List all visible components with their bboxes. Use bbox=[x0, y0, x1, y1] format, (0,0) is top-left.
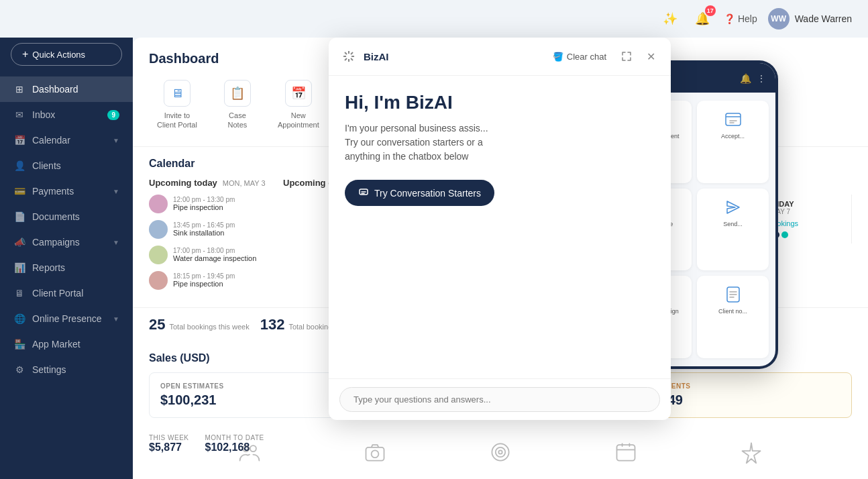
sidebar-item-reports[interactable]: 📊 Reports bbox=[0, 255, 133, 280]
svg-line-6 bbox=[351, 52, 353, 54]
mobile-card-accept[interactable]: Accept... bbox=[697, 101, 769, 183]
try-conversation-starters-button[interactable]: Try Conversation Starters bbox=[345, 180, 494, 206]
sidebar-item-online-presence[interactable]: 🌐 Online Presence ▼ bbox=[0, 306, 133, 331]
bottom-sparkle-icon bbox=[739, 440, 763, 464]
help-button[interactable]: ❓ Help bbox=[724, 13, 757, 24]
market-icon: 🏪 bbox=[13, 338, 25, 350]
appointment-item[interactable]: 13:45 pm - 16:45 pm Sink installation bbox=[149, 220, 272, 239]
user-menu[interactable]: WW Wade Warren bbox=[768, 8, 852, 30]
bottom-icons-row bbox=[133, 425, 868, 479]
mobile-card-client[interactable]: Client no... bbox=[697, 276, 769, 358]
svg-point-15 bbox=[243, 445, 249, 451]
notification-badge: 17 bbox=[705, 5, 716, 16]
bizai-body: Hi, I'm BizAI I'm your personal business… bbox=[329, 76, 671, 378]
payments-icon: 💳 bbox=[13, 185, 25, 197]
sidebar-item-settings[interactable]: ⚙ Settings bbox=[0, 357, 133, 382]
avatar bbox=[149, 246, 168, 264]
bizai-header-actions: 🪣 Clear chat ✕ bbox=[547, 47, 660, 66]
sidebar-item-label: Dashboard bbox=[32, 84, 78, 95]
avatar bbox=[149, 195, 168, 213]
sidebar-item-clients[interactable]: 👤 Clients bbox=[0, 153, 133, 178]
appointment-item[interactable]: 17:00 pm - 18:00 pm Water damage inspect… bbox=[149, 246, 272, 264]
stat-value: 132 bbox=[260, 316, 285, 333]
documents-icon: 📄 bbox=[13, 211, 25, 223]
sidebar-item-documents[interactable]: 📄 Documents bbox=[0, 204, 133, 229]
bottom-camera-icon bbox=[363, 440, 387, 464]
sidebar-item-label: Reports bbox=[32, 262, 65, 273]
bizai-logo: BizAI bbox=[339, 47, 547, 66]
top-header: ✨ 🔔 17 ❓ Help WW Wade Warren bbox=[0, 0, 868, 38]
svg-rect-10 bbox=[726, 113, 741, 125]
appointment-icon: 📅 bbox=[285, 80, 312, 107]
appointment-item[interactable]: 12:00 pm - 13:30 pm Pipe inspection bbox=[149, 195, 272, 213]
appointment-item[interactable]: 18:15 pm - 19:45 pm Pipe inspection bbox=[149, 271, 272, 290]
broom-icon: 🪣 bbox=[553, 52, 563, 62]
sidebar-navigation: ⊞ Dashboard ✉ Inbox 9 📅 Calendar ▼ 👤 Cli… bbox=[0, 76, 133, 479]
svg-rect-17 bbox=[366, 447, 384, 461]
bottom-people-icon bbox=[237, 440, 262, 464]
sparkle-icon[interactable]: ✨ bbox=[659, 8, 681, 30]
bottom-calendar-icon bbox=[614, 440, 638, 464]
chevron-icon: ▼ bbox=[113, 137, 119, 144]
clear-chat-label: Clear chat bbox=[567, 52, 606, 62]
sidebar-item-campaigns[interactable]: 📣 Campaigns ▼ bbox=[0, 229, 133, 255]
quick-action-notes[interactable]: 📋 CaseNotes bbox=[211, 74, 264, 136]
upcoming-today-panel: Upcoming today MON, MAY 3 12:00 pm - 13:… bbox=[149, 178, 283, 297]
bizai-chat-panel: BizAI 🪣 Clear chat ✕ Hi, I'm BizAI I'm y… bbox=[329, 38, 671, 420]
upcoming-today-header: Upcoming today MON, MAY 3 bbox=[149, 178, 272, 188]
chat-input-area bbox=[329, 378, 671, 420]
calendar-icon: 📅 bbox=[13, 134, 25, 146]
svg-line-5 bbox=[351, 58, 353, 60]
chevron-icon: ▼ bbox=[113, 315, 119, 323]
svg-point-21 bbox=[498, 450, 502, 454]
stat-label: Total bookings this week bbox=[169, 323, 249, 331]
bottom-target-icon bbox=[488, 440, 512, 464]
notification-bell-icon[interactable]: 🔔 17 bbox=[692, 8, 713, 30]
sidebar-item-label: Documents bbox=[32, 211, 80, 222]
sidebar-item-inbox[interactable]: ✉ Inbox 9 bbox=[0, 102, 133, 127]
total-bookings-week-stat: 25 Total bookings this week bbox=[149, 316, 250, 333]
notes-icon: 📋 bbox=[224, 80, 251, 107]
client-note-icon bbox=[722, 284, 744, 305]
sidebar-item-payments[interactable]: 💳 Payments ▼ bbox=[0, 178, 133, 204]
svg-point-18 bbox=[371, 450, 378, 458]
sidebar-item-label: Campaigns bbox=[32, 237, 80, 248]
bizai-greeting: Hi, I'm BizAI bbox=[345, 92, 655, 113]
send-icon bbox=[722, 197, 744, 218]
svg-point-20 bbox=[496, 447, 505, 457]
sidebar-item-label: App Market bbox=[32, 339, 80, 350]
bizai-logo-icon bbox=[339, 47, 358, 66]
sidebar-item-calendar[interactable]: 📅 Calendar ▼ bbox=[0, 127, 133, 153]
sidebar: v vcita Quick Actions ⊞ Dashboard ✉ Inbo… bbox=[0, 0, 133, 479]
sidebar-item-label: Online Presence bbox=[32, 313, 102, 324]
avatar bbox=[149, 271, 168, 290]
accept-icon bbox=[722, 109, 744, 130]
chevron-icon: ▼ bbox=[113, 239, 119, 246]
avatar: WW bbox=[768, 8, 790, 30]
avatar bbox=[149, 220, 168, 239]
svg-line-7 bbox=[345, 58, 347, 60]
online-icon: 🌐 bbox=[13, 313, 25, 325]
close-icon[interactable]: ✕ bbox=[641, 47, 660, 66]
settings-icon: ⚙ bbox=[13, 364, 25, 376]
sidebar-item-dashboard[interactable]: ⊞ Dashboard bbox=[0, 76, 133, 102]
quick-actions-button[interactable]: Quick Actions bbox=[11, 43, 122, 66]
sidebar-item-client-portal[interactable]: 🖥 Client Portal bbox=[0, 280, 133, 306]
clear-chat-button[interactable]: 🪣 Clear chat bbox=[547, 49, 612, 64]
bizai-title: BizAI bbox=[364, 51, 389, 62]
sidebar-item-app-market[interactable]: 🏪 App Market bbox=[0, 331, 133, 357]
upcoming-today-title: Upcoming today bbox=[149, 178, 217, 188]
booking-dot bbox=[781, 231, 788, 238]
help-label: Help bbox=[738, 13, 757, 24]
quick-action-invite[interactable]: 🖥 Invite toClient Portal bbox=[144, 74, 211, 136]
expand-icon[interactable] bbox=[617, 47, 636, 66]
chat-input[interactable] bbox=[339, 387, 660, 412]
starters-icon bbox=[358, 187, 369, 199]
sidebar-item-label: Payments bbox=[32, 186, 74, 197]
inbox-icon: ✉ bbox=[13, 109, 25, 121]
svg-point-16 bbox=[250, 445, 256, 451]
chevron-icon: ▼ bbox=[113, 188, 119, 195]
user-name: Wade Warren bbox=[795, 13, 852, 24]
mobile-card-send[interactable]: Send... bbox=[697, 189, 769, 271]
quick-action-appointment[interactable]: 📅 NewAppointment bbox=[264, 74, 333, 136]
